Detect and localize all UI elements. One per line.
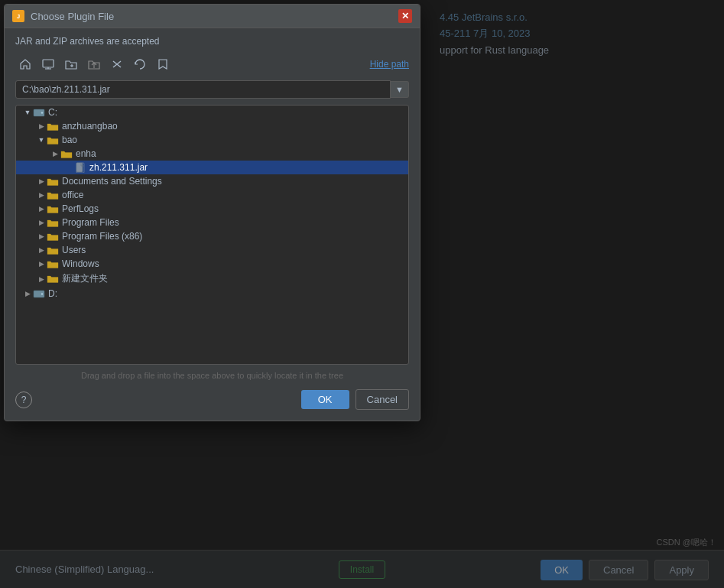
folder-icon: [47, 176, 59, 187]
tree-arrow: ▼: [22, 107, 33, 118]
tree-arrow: ▶: [36, 258, 47, 269]
refresh-button[interactable]: [130, 54, 150, 74]
svg-rect-12: [76, 163, 83, 172]
path-row: ▼: [15, 80, 409, 99]
folder-icon: [60, 148, 73, 159]
bookmarks-button[interactable]: [153, 54, 173, 74]
home-button[interactable]: [15, 54, 35, 74]
help-button[interactable]: ?: [15, 391, 32, 408]
drag-hint: Drag and drop a file into the space abov…: [15, 365, 409, 383]
tree-item-enha[interactable]: ▶ enha: [16, 147, 408, 161]
hide-path-button[interactable]: Hide path: [370, 59, 409, 70]
tree-item-d-drive[interactable]: ▶ D:: [16, 287, 408, 300]
tree-arrow: ▶: [50, 148, 60, 159]
dialog-subtitle: JAR and ZIP archives are accepted: [15, 36, 409, 47]
tree-item-c-drive[interactable]: ▼ C:: [16, 106, 408, 119]
tree-label: office: [62, 190, 83, 200]
folder-icon: [47, 258, 59, 269]
cancel-button[interactable]: Cancel: [356, 389, 409, 410]
tree-label: bao: [62, 135, 77, 145]
dialog-title-left: J Choose Plugin File: [12, 10, 114, 22]
ok-button[interactable]: OK: [301, 390, 349, 409]
tree-arrow: ▶: [36, 121, 47, 132]
tree-item-program-files[interactable]: ▶ Program Files: [16, 216, 408, 229]
file-icon: [74, 162, 86, 173]
drive-icon: [33, 107, 45, 118]
svg-point-15: [41, 293, 43, 294]
folder-icon: [47, 245, 59, 255]
tree-arrow: ▶: [36, 245, 47, 255]
tree-item-perflogs[interactable]: ▶ PerfLogs: [16, 202, 408, 216]
svg-rect-2: [43, 60, 54, 67]
dialog-titlebar: J Choose Plugin File ✕: [5, 5, 420, 28]
svg-text:J: J: [17, 13, 20, 20]
tree-arrow: ▶: [36, 203, 47, 214]
tree-item-zh-jar[interactable]: zh.211.311.jar: [16, 161, 408, 174]
tree-label: Documents and Settings: [62, 176, 162, 187]
tree-label: anzhuangbao: [62, 121, 118, 132]
tree-label: 新建文件夹: [62, 272, 108, 285]
tree-arrow: ▶: [36, 176, 47, 187]
tree-label: enha: [76, 148, 96, 159]
up-button[interactable]: [84, 54, 104, 74]
folder-icon: [47, 231, 59, 242]
dialog-overlay: J Choose Plugin File ✕ JAR and ZIP archi…: [0, 0, 724, 588]
dialog-app-icon: J: [12, 10, 24, 22]
tree-label: Users: [62, 245, 86, 255]
path-input[interactable]: [15, 80, 391, 99]
tree-label: Windows: [62, 258, 99, 269]
tree-item-windows[interactable]: ▶ Windows: [16, 257, 408, 271]
tree-arrow: ▼: [36, 135, 47, 145]
tree-label: Program Files: [62, 217, 119, 228]
tree-item-program-files-x86[interactable]: ▶ Program Files (x86): [16, 229, 408, 243]
folder-icon: [47, 121, 59, 132]
tree-arrow: ▶: [36, 274, 47, 284]
choose-plugin-dialog: J Choose Plugin File ✕ JAR and ZIP archi…: [4, 4, 420, 421]
tree-item-users[interactable]: ▶ Users: [16, 243, 408, 257]
tree-label: Program Files (x86): [62, 231, 142, 242]
tree-item-anzhuangbao[interactable]: ▶ anzhuangbao: [16, 119, 408, 133]
dialog-close-button[interactable]: ✕: [398, 9, 412, 23]
folder-icon: [47, 203, 59, 214]
tree-item-xin-jian[interactable]: ▶ 新建文件夹: [16, 271, 408, 287]
tree-arrow: ▶: [36, 231, 47, 242]
tree-label: C:: [48, 107, 57, 118]
svg-point-11: [41, 112, 43, 113]
tree-label: D:: [48, 288, 57, 299]
tree-item-office[interactable]: ▶ office: [16, 188, 408, 202]
tree-label: zh.211.311.jar: [89, 162, 148, 173]
folder-icon: [47, 190, 59, 200]
tree-arrow: ▶: [22, 288, 33, 299]
tree-item-documents[interactable]: ▶ Documents and Settings: [16, 174, 408, 188]
dialog-body: JAR and ZIP archives are accepted: [5, 28, 420, 421]
delete-button[interactable]: [107, 54, 127, 74]
path-dropdown-button[interactable]: ▼: [391, 81, 409, 98]
folder-icon: [47, 274, 59, 284]
drive-icon: [33, 288, 45, 299]
folder-icon: [47, 217, 59, 228]
dialog-buttons: ? OK Cancel: [15, 383, 409, 413]
file-tree[interactable]: ▼ C:▶ anzhuangbao▼ bao▶ enha zh.211.311.…: [15, 105, 409, 365]
no-arrow: [63, 162, 74, 173]
desktop-button[interactable]: [38, 54, 58, 74]
tree-item-bao[interactable]: ▼ bao: [16, 133, 408, 147]
new-folder-button[interactable]: [61, 54, 81, 74]
toolbar: Hide path: [15, 54, 409, 74]
tree-arrow: ▶: [36, 217, 47, 228]
tree-arrow: ▶: [36, 190, 47, 200]
folder-icon: [47, 135, 59, 145]
dialog-title: Choose Plugin File: [31, 11, 114, 22]
tree-label: PerfLogs: [62, 203, 99, 214]
